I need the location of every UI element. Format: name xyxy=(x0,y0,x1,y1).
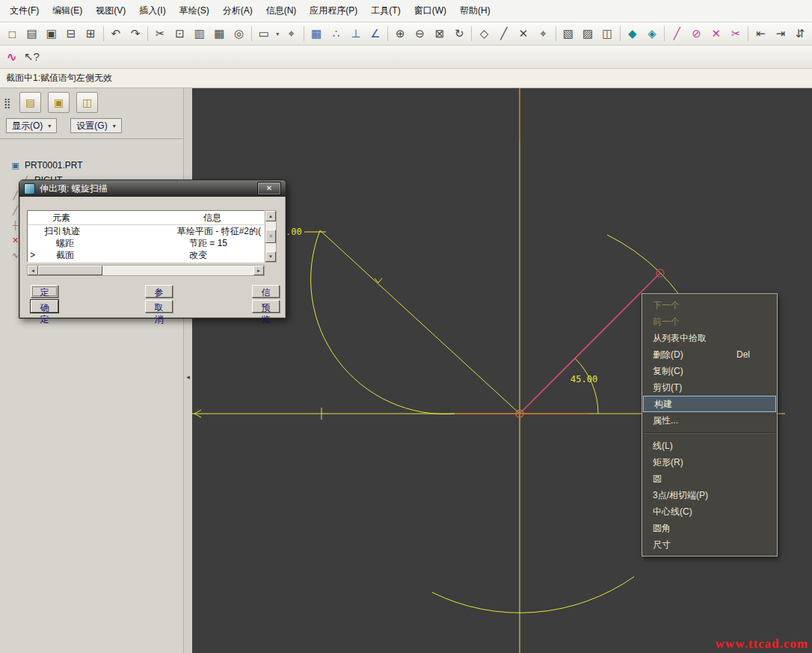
table-row[interactable]: > 截面 改变 xyxy=(28,249,264,261)
paste-icon[interactable]: ▥ xyxy=(190,24,209,43)
menu-window[interactable]: 窗口(W) xyxy=(407,0,453,22)
context-item-centerline[interactable]: 中心线(C) xyxy=(642,503,777,520)
tree-columns-icon[interactable]: ⣿ xyxy=(1,93,13,112)
toggle-grid-icon[interactable]: ▦ xyxy=(307,24,326,43)
redo-icon[interactable]: ↷ xyxy=(126,24,145,43)
paste-special-icon[interactable]: ▦ xyxy=(209,24,229,43)
angle-dimension-text[interactable]: 45.00 xyxy=(570,374,597,384)
vertical-scrollbar[interactable]: ▲ ≡ ▼ xyxy=(265,210,277,263)
cancel-button[interactable]: 取消 xyxy=(145,300,173,313)
scrollbar-thumb[interactable] xyxy=(38,266,102,275)
menu-view[interactable]: 视图(V) xyxy=(89,0,132,22)
find-icon[interactable]: ◎ xyxy=(229,24,248,43)
sketch-trim-icon[interactable]: ✂ xyxy=(726,24,745,43)
print-icon[interactable]: ⊟ xyxy=(61,24,81,43)
menu-info[interactable]: 信息(N) xyxy=(259,0,304,22)
save-icon[interactable]: ▣ xyxy=(42,24,61,43)
context-item-properties[interactable]: 属性... xyxy=(642,412,777,429)
menu-applications[interactable]: 应用程序(P) xyxy=(303,0,364,22)
horizontal-scrollbar[interactable]: ◄ ► xyxy=(27,265,265,276)
sketcher-ribbon-icon[interactable]: ∿ xyxy=(1,47,22,67)
context-item-line[interactable]: 线(L) xyxy=(642,438,777,454)
sketch-arc-bottom[interactable] xyxy=(432,577,634,613)
context-item-dimension[interactable]: 尺寸 xyxy=(642,536,777,553)
angle-dimension-arc[interactable] xyxy=(575,358,598,414)
sketch-point-icon[interactable]: ✕ xyxy=(707,24,726,43)
context-item-rectangle[interactable]: 矩形(R) xyxy=(642,454,777,470)
sketch-orient-icon[interactable]: ◆ xyxy=(623,24,642,43)
tree-settings-button[interactable]: 设置(G) ▾ xyxy=(70,118,121,133)
select-items-dropdown-icon[interactable]: ▾ xyxy=(274,25,282,43)
context-item-3point-tangent[interactable]: 3点/相切端(P) xyxy=(642,487,777,503)
scroll-down-icon[interactable]: ▼ xyxy=(265,251,276,262)
menu-edit[interactable]: 编辑(E) xyxy=(46,0,89,22)
scroll-left-icon[interactable]: ◄ xyxy=(28,266,38,275)
close-icon[interactable]: ✕ xyxy=(257,182,281,195)
context-item-fillet[interactable]: 圆角 xyxy=(642,520,777,536)
context-item-copy[interactable]: 复制(C) xyxy=(642,363,777,379)
menu-file[interactable]: 文件(F) xyxy=(3,0,46,22)
context-item-circle[interactable]: 圆 xyxy=(642,470,777,487)
print-preview-icon[interactable]: ⊞ xyxy=(81,24,100,43)
tree-list-button[interactable]: ▤ xyxy=(19,92,41,113)
datum-axes-icon[interactable]: ╱ xyxy=(494,24,514,43)
undo-icon[interactable]: ↶ xyxy=(106,24,126,43)
menu-insert[interactable]: 插入(I) xyxy=(132,0,172,22)
toggle-dimensions-icon[interactable]: ∠ xyxy=(366,24,385,43)
context-help-icon[interactable]: ↖? xyxy=(22,47,42,67)
tree-new-button[interactable]: ▣ xyxy=(48,92,70,113)
datum-planes-icon[interactable]: ◇ xyxy=(474,24,493,43)
references-button[interactable]: 参照 xyxy=(145,285,173,298)
tree-item-part[interactable]: ▣ PRT0001.PRT xyxy=(0,158,183,173)
selected-line[interactable] xyxy=(520,273,660,414)
toggle-constraints-icon[interactable]: ⊥ xyxy=(346,24,366,43)
open-file-icon[interactable]: ▤ xyxy=(22,24,41,43)
layers-icon[interactable]: ▨ xyxy=(578,24,597,43)
select-filter-icon[interactable]: ⌖ xyxy=(282,24,301,43)
menu-help[interactable]: 帮助(H) xyxy=(453,0,497,22)
sketch-delete-segment-icon[interactable]: ⊘ xyxy=(686,24,706,43)
context-item-pick-from-list[interactable]: 从列表中拾取 xyxy=(642,330,777,346)
toggle-vertices-icon[interactable]: ∴ xyxy=(326,24,345,43)
collapse-panel-icon[interactable]: ◄ xyxy=(185,374,191,381)
menu-tools[interactable]: 工具(T) xyxy=(364,0,407,22)
constraint-tool-icon[interactable]: ⇵ xyxy=(790,24,810,43)
tree-show-button[interactable]: 显示(O) ▾ xyxy=(6,118,57,133)
select-items-icon[interactable]: ▭ xyxy=(254,24,274,43)
table-row[interactable]: 扫引轨迹 草绘平面 - 特征#2的( xyxy=(28,225,264,237)
diagonal-line[interactable] xyxy=(320,230,520,414)
zoom-refit-icon[interactable]: ⊠ xyxy=(430,24,449,43)
new-file-icon[interactable]: □ xyxy=(2,24,22,43)
dimension-icon[interactable]: ⇤ xyxy=(751,24,770,43)
menu-analysis[interactable]: 分析(A) xyxy=(216,0,259,22)
context-item-cut[interactable]: 剪切(T) xyxy=(642,379,777,396)
preview-button[interactable]: 预览 xyxy=(252,300,280,313)
zoom-out-icon[interactable]: ⊖ xyxy=(410,24,429,43)
display-style-icon[interactable]: ◫ xyxy=(597,24,617,43)
table-row[interactable]: 螺距 节距 = 15 xyxy=(28,237,264,249)
repaint-icon[interactable]: ↻ xyxy=(449,24,469,43)
context-item-delete[interactable]: 删除(D) Del xyxy=(642,346,777,363)
copy-icon[interactable]: ⊡ xyxy=(170,24,189,43)
sketch-line-icon[interactable]: ╱ xyxy=(667,24,686,43)
zoom-in-icon[interactable]: ⊕ xyxy=(390,24,410,43)
menu-sketch[interactable]: 草绘(S) xyxy=(173,0,216,22)
sketch-setup-icon[interactable]: ◈ xyxy=(642,24,662,43)
sketch-arc-left[interactable] xyxy=(311,230,456,414)
dialog-titlebar[interactable]: 伸出项: 螺旋扫描 ✕ xyxy=(19,180,286,197)
coordinate-systems-icon[interactable]: ⌖ xyxy=(533,24,553,43)
partial-dimension-text[interactable]: .00 xyxy=(286,227,302,237)
scrollbar-thumb[interactable]: ≡ xyxy=(265,230,276,243)
tree-search-button[interactable]: ◫ xyxy=(76,92,98,113)
cut-icon[interactable]: ✂ xyxy=(150,24,170,43)
datum-points-icon[interactable]: ✕ xyxy=(514,24,533,43)
ok-button[interactable]: 确定 xyxy=(31,300,58,313)
define-button[interactable]: 定义 xyxy=(31,285,58,298)
scroll-up-icon[interactable]: ▲ xyxy=(265,211,276,221)
scroll-right-icon[interactable]: ► xyxy=(253,266,264,275)
modify-dimension-icon[interactable]: ⇥ xyxy=(771,24,790,43)
tree-settings-label: 设置(G) xyxy=(76,120,107,132)
view-manager-icon[interactable]: ▧ xyxy=(559,24,578,43)
info-button[interactable]: 信息 xyxy=(252,285,280,298)
context-item-construct[interactable]: 构建 xyxy=(643,396,776,412)
